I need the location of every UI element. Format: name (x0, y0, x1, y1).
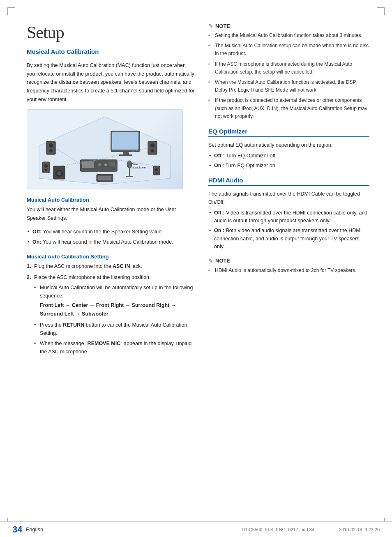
svg-text:ASC: ASC (132, 162, 138, 165)
svg-point-21 (156, 172, 158, 174)
note1-item1: Setting the Musical Auto Calibration fun… (208, 32, 369, 39)
hdmi-on-label: On : (214, 228, 224, 233)
note-header-2: ✎ NOTE (208, 258, 369, 264)
intro-text: By setting the Musical Auto Calibration … (27, 61, 195, 104)
note-label-2: NOTE (215, 258, 230, 264)
speaker-diagram: ASC microphone (27, 109, 183, 189)
hdmi-bullet-list: Off : Video is transmitted over the HDMI… (208, 209, 369, 251)
asc-in-label: ASC IN (113, 263, 130, 269)
svg-point-17 (44, 164, 48, 168)
note1-item5: If the product is connected to external … (208, 97, 369, 120)
note-icon-1: ✎ (208, 23, 213, 29)
svg-rect-23 (98, 176, 111, 180)
return-label: RETURN (63, 322, 84, 328)
section-heading-mac: Musical Auto Calibration (27, 48, 195, 57)
bullet-off-mode: Off: You will hear sound in the the Spea… (27, 228, 195, 236)
eq-off-label: Off (214, 153, 221, 159)
svg-rect-3 (123, 152, 129, 155)
left-column: Setup Musical Auto Calibration By settin… (27, 23, 195, 360)
svg-point-7 (98, 163, 102, 167)
diagram-svg: ASC microphone (31, 113, 179, 187)
svg-point-18 (45, 169, 47, 171)
eq-off: Off : Turn EQ Optimizer off. (208, 152, 369, 160)
note-list-1: Setting the Musical Auto Calibration fun… (208, 32, 369, 120)
sub1-text: You will hear either the Musical Auto Ca… (27, 205, 195, 222)
step-2: Place the ASC microphone at the listenin… (27, 273, 195, 356)
svg-point-20 (155, 168, 158, 171)
page-title: Setup (27, 23, 195, 42)
bullet-on-mode: On: You will hear sound in the Musical A… (27, 238, 195, 246)
note-list-2: HDMI Audio is automatically down-mixed t… (208, 267, 369, 274)
eq-on-label: On (214, 163, 221, 168)
svg-point-12 (49, 149, 53, 152)
svg-point-8 (104, 164, 107, 166)
svg-rect-13 (148, 141, 157, 154)
subsection-heading-mac: Musical Auto Calibration (27, 197, 195, 203)
footer-date: 2010-02-18 9:23:20 (339, 527, 380, 532)
note2-item1: HDMI Audio is automatically down-mixed t… (208, 267, 369, 274)
note-box-2: ✎ NOTE HDMI Audio is automatically down-… (208, 258, 369, 274)
eq-bullet-list: Off : Turn EQ Optimizer off. On : Turn E… (208, 152, 369, 170)
svg-rect-4 (119, 154, 132, 156)
note-label-1: NOTE (215, 23, 230, 29)
step2-sublist: Musical Auto Calibration will be automat… (34, 283, 195, 356)
sequence-text: Front Left → Center → Front Right → Surr… (40, 301, 195, 319)
bullet-off-label: Off: (32, 229, 42, 235)
step-1: Plug the ASC microphone into the ASC IN … (27, 262, 195, 270)
note-box-1: ✎ NOTE Setting the Musical Auto Calibrat… (208, 23, 369, 120)
footer-page-number: 34 (12, 524, 22, 535)
note-icon-2: ✎ (208, 258, 213, 264)
step2-sub1: Musical Auto Calibration will be automat… (34, 283, 195, 319)
step2-sub2: Press the RETURN button to cancel the Mu… (34, 321, 195, 337)
footer-filename: HT-C5500_ELS_ENG_0217.indd 34 (242, 527, 314, 532)
steps-list: Plug the ASC microphone into the ASC IN … (27, 262, 195, 356)
note-header-1: ✎ NOTE (208, 23, 369, 29)
remove-mic-label: REMOVE MIC (88, 341, 121, 346)
bullet-on-label: On: (32, 239, 42, 245)
page: Setup Musical Auto Calibration By settin… (0, 0, 392, 537)
subsection-heading-mac-setting: Musical Auto Calibration Setting (27, 254, 195, 260)
hdmi-heading: HDMI Audio (208, 177, 369, 186)
svg-point-11 (49, 143, 53, 148)
svg-rect-2 (112, 132, 138, 150)
svg-point-14 (150, 143, 154, 148)
note1-item4: When the Musical Auto Calibration functi… (208, 78, 369, 94)
note1-item3: If the ASC microphone is disconnected du… (208, 60, 369, 76)
eq-intro: Set optimal EQ automatically depending o… (208, 141, 369, 149)
sub1-bullet-list: Off: You will hear sound in the the Spea… (27, 228, 195, 246)
main-content: Setup Musical Auto Calibration By settin… (0, 0, 392, 385)
svg-rect-10 (46, 141, 55, 154)
hdmi-on: On : Both video and audio signals are tr… (208, 227, 369, 251)
hdmi-off: Off : Video is transmitted over the HDMI… (208, 209, 369, 225)
eq-optimizer-section: EQ Optimizer Set optimal EQ automaticall… (208, 128, 369, 170)
hdmi-intro: The audio signals transmitted over the H… (208, 190, 369, 206)
hdmi-audio-section: HDMI Audio The audio signals transmitted… (208, 177, 369, 251)
note1-item2: The Musical Auto Calibration setup can b… (208, 42, 369, 58)
corner-mark-tl (7, 7, 15, 15)
footer: 34 English HT-C5500_ELS_ENG_0217.indd 34… (0, 521, 392, 537)
eq-heading: EQ Optimizer (208, 128, 369, 137)
right-column: ✎ NOTE Setting the Musical Auto Calibrat… (208, 23, 369, 360)
svg-point-15 (151, 149, 154, 152)
svg-text:microphone: microphone (131, 166, 146, 169)
eq-on: On : Turn EQ Optimizer on. (208, 162, 369, 170)
svg-rect-9 (109, 162, 115, 166)
footer-language: English (25, 526, 43, 532)
corner-mark-tr (377, 7, 385, 15)
svg-point-26 (57, 171, 61, 175)
svg-rect-6 (82, 161, 94, 168)
hdmi-off-label: Off : (214, 210, 225, 216)
step2-sub3: When the message "REMOVE MIC" appears in… (34, 339, 195, 356)
